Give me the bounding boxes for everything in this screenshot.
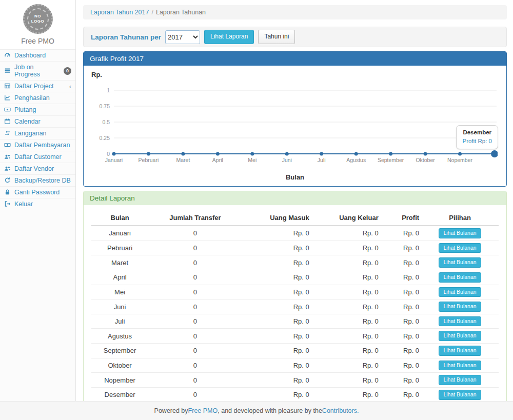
table-action-cell: Lihat Bulanan xyxy=(421,241,499,255)
table-cell: Rp. 0 xyxy=(242,226,311,241)
lihat-bulanan-button[interactable]: Lihat Bulanan xyxy=(439,302,481,312)
column-header: Bulan xyxy=(91,210,148,226)
sidebar-item-label: Job on Progress xyxy=(14,64,61,78)
table-cell: 0 xyxy=(148,299,242,314)
logo-box: NO LOGO Free PMO xyxy=(0,0,75,50)
sidebar-item-label: Ganti Password xyxy=(14,189,60,196)
lock-icon xyxy=(4,189,11,196)
table-cell: Rp. 0 xyxy=(311,255,381,270)
lihat-bulanan-button[interactable]: Lihat Bulanan xyxy=(439,346,481,356)
tahun-ini-button[interactable]: Tahun ini xyxy=(258,30,295,44)
footer-link-contributors[interactable]: Contributors. xyxy=(322,407,359,414)
table-cell: Rp. 0 xyxy=(311,241,381,255)
profit-chart-panel: Grafik Profit 2017 Rp. 10.750.50.250Janu… xyxy=(83,51,507,187)
profit-line-chart: 10.750.50.250JanuariPebruariMaretAprilMe… xyxy=(91,80,498,171)
sidebar-item-label: Langganan xyxy=(14,130,47,137)
lihat-bulanan-button[interactable]: Lihat Bulanan xyxy=(439,287,481,297)
table-cell: Maret xyxy=(91,255,148,270)
sidebar-item-piutang[interactable]: Piutang xyxy=(0,104,75,116)
chart-x-axis-title: Bulan xyxy=(91,173,499,181)
report-filter-bar: Laporan Tahunan per 2017 Lihat Laporan T… xyxy=(83,27,507,47)
svg-text:Januari: Januari xyxy=(105,157,123,163)
breadcrumb-link-laporan-tahun[interactable]: Laporan Tahun 2017 xyxy=(90,9,149,16)
svg-text:Juni: Juni xyxy=(282,157,292,163)
sidebar-item-daftar-pembayaran[interactable]: Daftar Pembayaran xyxy=(0,139,75,151)
svg-text:Oktober: Oktober xyxy=(416,157,435,163)
breadcrumb-current: Laporan Tahunan xyxy=(156,9,206,16)
sidebar-item-daftar-customer[interactable]: Daftar Customer xyxy=(0,151,75,163)
sidebar-item-ganti-password[interactable]: Ganti Password xyxy=(0,187,75,198)
table-cell: Rp. 0 xyxy=(242,285,311,299)
table-cell: Rp. 0 xyxy=(311,299,381,314)
table-cell: 0 xyxy=(148,255,242,270)
footer-link-free-pmo[interactable]: Free PMO xyxy=(188,407,218,414)
table-cell: April xyxy=(91,270,148,285)
table-cell: Rp. 0 xyxy=(381,314,421,329)
table-action-cell: Lihat Bulanan xyxy=(421,373,499,388)
table-cell: Rp. 0 xyxy=(242,358,311,373)
table-row: Juni0Rp. 0Rp. 0Rp. 0Lihat Bulanan xyxy=(91,299,499,314)
svg-text:Nopember: Nopember xyxy=(447,157,473,163)
table-action-cell: Lihat Bulanan xyxy=(421,314,499,329)
svg-text:Juli: Juli xyxy=(318,157,326,163)
users-icon xyxy=(4,165,11,172)
table-cell: 0 xyxy=(148,285,242,299)
table-cell: Rp. 0 xyxy=(242,373,311,388)
chart-tooltip-month: Desember xyxy=(462,128,492,137)
lihat-laporan-button[interactable]: Lihat Laporan xyxy=(204,30,254,44)
retweet-icon xyxy=(4,130,11,137)
lihat-bulanan-button[interactable]: Lihat Bulanan xyxy=(439,243,481,253)
tasks-icon xyxy=(4,67,11,74)
table-cell: Januari xyxy=(91,226,148,241)
sidebar-item-dashboard[interactable]: Dashboard xyxy=(0,50,75,62)
table-cell: Rp. 0 xyxy=(311,226,381,241)
sidebar-item-calendar[interactable]: Calendar xyxy=(0,116,75,128)
table-row: April0Rp. 0Rp. 0Rp. 0Lihat Bulanan xyxy=(91,270,499,285)
page-footer: Powered by Free PMO, and developed with … xyxy=(0,401,513,420)
sidebar-item-langganan[interactable]: Langganan xyxy=(0,128,75,139)
app-window: NO LOGO Free PMO DashboardJob on Progres… xyxy=(0,0,513,401)
sidebar-item-keluar[interactable]: Keluar xyxy=(0,198,75,210)
lihat-bulanan-button[interactable]: Lihat Bulanan xyxy=(439,390,481,400)
sidebar-item-label: Daftar Customer xyxy=(14,153,62,161)
money-icon xyxy=(4,106,11,113)
lihat-bulanan-button[interactable]: Lihat Bulanan xyxy=(439,361,481,371)
lihat-bulanan-button[interactable]: Lihat Bulanan xyxy=(439,375,481,385)
svg-text:Maret: Maret xyxy=(176,157,190,163)
table-cell: Rp. 0 xyxy=(242,344,311,358)
breadcrumb: Laporan Tahun 2017/Laporan Tahunan xyxy=(83,5,507,19)
sign-out-icon xyxy=(4,201,11,208)
table-action-cell: Lihat Bulanan xyxy=(421,358,499,373)
lihat-bulanan-button[interactable]: Lihat Bulanan xyxy=(439,272,481,283)
lihat-bulanan-button[interactable]: Lihat Bulanan xyxy=(439,257,481,268)
table-action-cell: Lihat Bulanan xyxy=(421,285,499,299)
lihat-bulanan-button[interactable]: Lihat Bulanan xyxy=(439,228,481,238)
svg-text:0: 0 xyxy=(107,151,110,157)
svg-text:1: 1 xyxy=(107,87,110,93)
sidebar-item-label: Daftar Project xyxy=(14,83,53,90)
lihat-bulanan-button[interactable]: Lihat Bulanan xyxy=(439,316,481,327)
table-cell: Rp. 0 xyxy=(381,255,421,270)
sidebar-item-penghasilan[interactable]: Penghasilan xyxy=(0,92,75,104)
table-cell: Rp. 0 xyxy=(381,373,421,388)
table-cell: Rp. 0 xyxy=(242,241,311,255)
table-cell: Oktober xyxy=(91,358,148,373)
table-cell: Rp. 0 xyxy=(242,388,311,401)
table-action-cell: Lihat Bulanan xyxy=(421,255,499,270)
no-logo-text: NO LOGO xyxy=(27,8,49,30)
lihat-bulanan-button[interactable]: Lihat Bulanan xyxy=(439,331,481,341)
no-logo-badge: NO LOGO xyxy=(23,4,53,34)
table-cell: Rp. 0 xyxy=(311,388,381,401)
sidebar-item-daftar-project[interactable]: Daftar Project‹ xyxy=(0,81,75,92)
dashboard-icon xyxy=(4,52,11,59)
sidebar-item-backup-restore-db[interactable]: Backup/Restore DB xyxy=(0,175,75,187)
column-header: Pilihan xyxy=(421,210,499,226)
sidebar-item-job-on-progress[interactable]: Job on Progress0 xyxy=(0,62,75,81)
sidebar-item-daftar-vendor[interactable]: Daftar Vendor xyxy=(0,163,75,175)
footer-text-prefix: Powered by xyxy=(154,407,188,414)
sidebar-menu: DashboardJob on Progress0Daftar Project‹… xyxy=(0,50,75,210)
sidebar-item-label: Calendar xyxy=(14,118,41,125)
sidebar-item-label: Daftar Pembayaran xyxy=(14,142,70,149)
year-select[interactable]: 2017 xyxy=(165,30,200,44)
table-cell: September xyxy=(91,344,148,358)
